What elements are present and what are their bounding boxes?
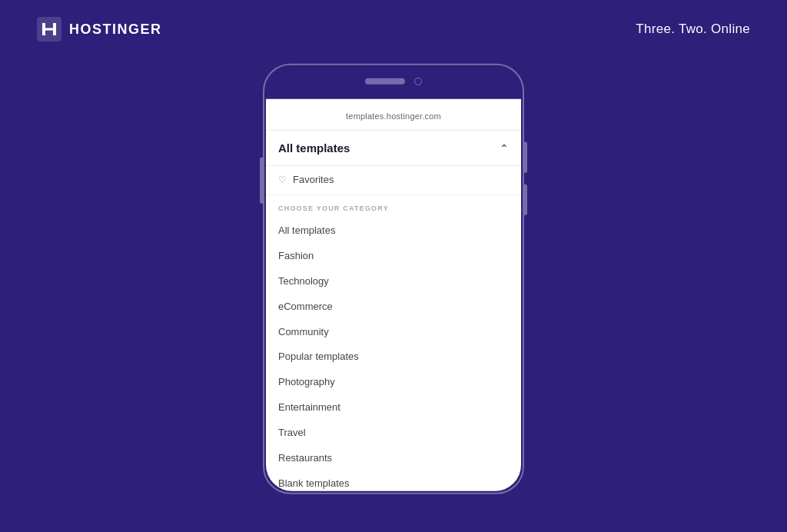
side-button-left [260,158,263,204]
chevron-up-icon: ⌃ [500,141,509,154]
dropdown-title: All templates [278,141,350,155]
list-item[interactable]: eCommerce [278,294,509,319]
list-item[interactable]: Technology [278,269,509,294]
category-section: CHOOSE YOUR CATEGORY All templatesFashio… [266,195,521,491]
tagline: Three. Two. Online [636,22,750,37]
category-section-label: CHOOSE YOUR CATEGORY [278,195,509,218]
list-item[interactable]: Travel [278,421,509,446]
list-item[interactable]: Blank templates [278,471,509,491]
dropdown-header[interactable]: All templates ⌃ [266,131,521,166]
notch-circle [414,78,422,85]
side-button-right-top [524,142,527,173]
category-list: All templatesFashionTechnologyeCommerceC… [278,218,509,491]
logo-text: HOSTINGER [69,22,162,38]
list-item[interactable]: Fashion [278,244,509,269]
phone-outer: templates.hostinger.com All templates ⌃ … [263,64,524,494]
logo: HOSTINGER [37,17,162,42]
list-item[interactable]: Community [278,319,509,344]
list-item[interactable]: Restaurants [278,446,509,471]
phone-screen: templates.hostinger.com All templates ⌃ … [266,99,521,491]
favorites-row[interactable]: ♡ Favorites [266,166,521,195]
heart-icon: ♡ [278,174,287,185]
favorites-label: Favorites [293,174,334,185]
list-item[interactable]: Popular templates [278,344,509,370]
list-item[interactable]: Photography [278,370,509,395]
screen-inner: templates.hostinger.com All templates ⌃ … [266,99,521,491]
header: HOSTINGER Three. Two. Online [0,0,787,58]
list-item[interactable]: Entertainment [278,395,509,421]
phone-mockup: templates.hostinger.com All templates ⌃ … [263,64,524,494]
list-item[interactable]: All templates [278,218,509,244]
hostinger-logo-icon [37,17,61,42]
notch-pill [365,78,405,85]
phone-top-bar [365,78,422,85]
url-bar: templates.hostinger.com [266,99,521,131]
side-button-right-bottom [524,185,527,215]
url-text: templates.hostinger.com [346,111,441,121]
